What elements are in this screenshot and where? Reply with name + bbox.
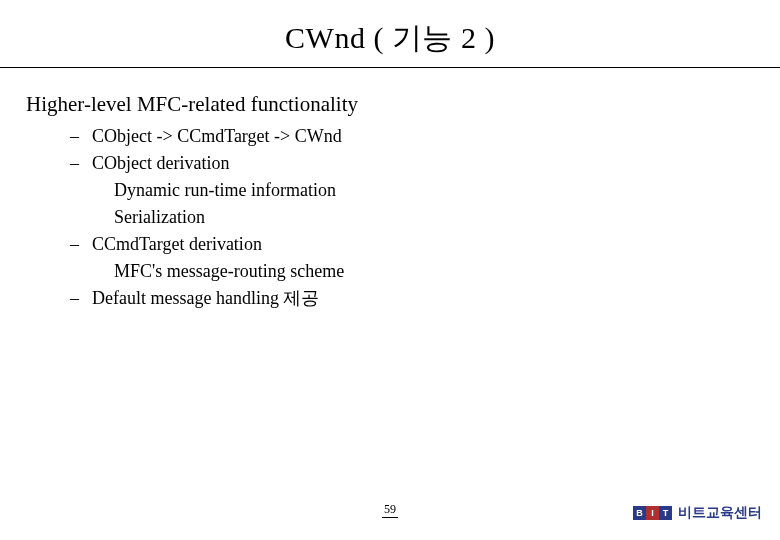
bullet-text: CObject derivation	[92, 150, 229, 177]
content-area: Higher-level MFC-related functionality –…	[0, 68, 780, 312]
bullet-mark: –	[70, 231, 92, 258]
bullet-text: CCmdTarget derivation	[92, 231, 262, 258]
bullet-text: CObject -> CCmdTarget -> CWnd	[92, 123, 342, 150]
footer-brand: B I T 비트교육센터	[633, 504, 762, 522]
list-item: – Default message handling 제공	[70, 285, 780, 312]
bullet-mark: –	[70, 150, 92, 177]
bullet-mark: –	[70, 123, 92, 150]
sub-item: Dynamic run-time information	[70, 177, 780, 204]
bullet-mark: –	[70, 285, 92, 312]
page-number: 59	[382, 502, 398, 518]
slide: CWnd ( 기능 2 ) Higher-level MFC-related f…	[0, 0, 780, 540]
list-item: – CObject -> CCmdTarget -> CWnd	[70, 123, 780, 150]
title-area: CWnd ( 기능 2 )	[0, 0, 780, 67]
list-item: – CCmdTarget derivation	[70, 231, 780, 258]
section-heading: Higher-level MFC-related functionality	[26, 92, 780, 117]
brand-letter-b: B	[633, 506, 646, 520]
list-item: – CObject derivation	[70, 150, 780, 177]
slide-title: CWnd ( 기능 2 )	[0, 18, 780, 59]
brand-logo-icon: B I T	[633, 506, 672, 520]
bullet-list: – CObject -> CCmdTarget -> CWnd – CObjec…	[26, 117, 780, 312]
bullet-text: Default message handling 제공	[92, 285, 319, 312]
brand-letter-i: I	[646, 506, 659, 520]
sub-item: Serialization	[70, 204, 780, 231]
brand-text: 비트교육센터	[678, 504, 762, 522]
sub-item: MFC's message-routing scheme	[70, 258, 780, 285]
brand-letter-t: T	[659, 506, 672, 520]
